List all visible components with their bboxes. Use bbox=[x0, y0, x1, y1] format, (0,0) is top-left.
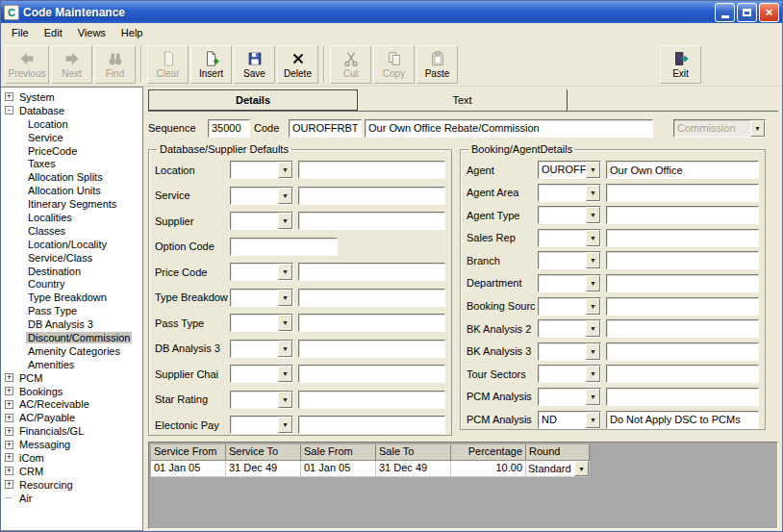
delete-button[interactable]: Delete bbox=[277, 45, 318, 84]
expand-icon[interactable]: + bbox=[5, 373, 13, 382]
type-breakdow-input[interactable] bbox=[298, 289, 445, 307]
pcm-analysis-input[interactable] bbox=[606, 388, 759, 406]
chevron-down-icon[interactable]: ▼ bbox=[586, 207, 600, 223]
tree-item-pass-type[interactable]: Pass Type bbox=[1, 304, 142, 317]
department-input[interactable] bbox=[606, 274, 759, 292]
star-rating-combo[interactable]: ▼ bbox=[230, 391, 293, 409]
chevron-down-icon[interactable]: ▼ bbox=[278, 188, 292, 204]
tree-item-bookings[interactable]: +Bookings bbox=[1, 385, 142, 398]
pcm-analysis-input[interactable] bbox=[606, 411, 759, 429]
round-combo[interactable]: Standard▼ bbox=[526, 461, 590, 477]
booking-sourc-combo[interactable]: ▼ bbox=[538, 297, 601, 316]
supplier-input[interactable] bbox=[298, 212, 445, 230]
tree-item-database[interactable]: -Database bbox=[1, 104, 142, 117]
tree-item-crm[interactable]: +CRM bbox=[1, 465, 142, 478]
tour-sectors-input[interactable] bbox=[606, 365, 759, 383]
supplier-chai-input[interactable] bbox=[298, 365, 445, 383]
tree-item-country[interactable]: Country bbox=[1, 277, 142, 291]
branch-input[interactable] bbox=[606, 251, 759, 269]
agent-input[interactable] bbox=[606, 161, 759, 179]
tree-item-location-locality[interactable]: Location/Locality bbox=[1, 238, 142, 251]
tree-item-allocation-splits[interactable]: Allocation Splits bbox=[1, 170, 142, 184]
agent-area-input[interactable] bbox=[606, 184, 759, 202]
tree-item-amenities[interactable]: Amenities bbox=[1, 358, 142, 371]
bk-analysis-2-input[interactable] bbox=[606, 319, 759, 338]
previous-button[interactable]: Previous bbox=[5, 45, 49, 84]
tree-item-db-analysis-3[interactable]: DB Analysis 3 bbox=[1, 317, 142, 331]
supplier-chai-combo[interactable]: ▼ bbox=[230, 365, 293, 383]
pcm-analysis-combo[interactable]: ND▼ bbox=[538, 411, 601, 429]
tree-item-type-breakdown[interactable]: Type Breakdown bbox=[1, 291, 142, 304]
chevron-down-icon[interactable]: ▼ bbox=[278, 315, 292, 331]
chevron-down-icon[interactable]: ▼ bbox=[750, 120, 765, 137]
expand-icon[interactable]: + bbox=[5, 453, 13, 462]
pcm-analysis-combo[interactable]: ▼ bbox=[538, 388, 601, 406]
chevron-down-icon[interactable]: ▼ bbox=[278, 162, 292, 178]
chevron-down-icon[interactable]: ▼ bbox=[586, 366, 600, 382]
tree-item-pcm[interactable]: +PCM bbox=[1, 371, 142, 385]
tree-item-system[interactable]: +System bbox=[1, 90, 142, 104]
chevron-down-icon[interactable]: ▼ bbox=[586, 185, 600, 201]
department-combo[interactable]: ▼ bbox=[538, 274, 601, 292]
find-button[interactable]: Find bbox=[94, 45, 136, 84]
tree-item-discount-commission[interactable]: Discount/Commission bbox=[1, 331, 142, 344]
pass-type-input[interactable] bbox=[298, 314, 445, 332]
chevron-down-icon[interactable]: ▼ bbox=[586, 389, 600, 405]
code-input[interactable] bbox=[289, 119, 362, 138]
record-type-combo[interactable]: Commission ▼ bbox=[673, 119, 766, 138]
tree-item-service[interactable]: Service bbox=[1, 131, 142, 144]
tree-item-taxes[interactable]: Taxes bbox=[1, 157, 142, 170]
bk-analysis-2-combo[interactable]: ▼ bbox=[538, 319, 601, 338]
location-input[interactable] bbox=[298, 161, 445, 179]
chevron-down-icon[interactable]: ▼ bbox=[278, 417, 292, 433]
chevron-down-icon[interactable]: ▼ bbox=[278, 264, 292, 280]
chevron-down-icon[interactable]: ▼ bbox=[278, 213, 292, 229]
maximize-button[interactable] bbox=[737, 3, 757, 22]
close-button[interactable]: × bbox=[759, 3, 779, 22]
option-code-input[interactable] bbox=[230, 238, 338, 256]
tree-item-allocation-units[interactable]: Allocation Units bbox=[1, 184, 142, 197]
tab-text[interactable]: Text bbox=[358, 89, 568, 111]
booking-sourc-input[interactable] bbox=[606, 297, 759, 316]
chevron-down-icon[interactable]: ▼ bbox=[278, 366, 292, 382]
electonic-pay-combo[interactable]: ▼ bbox=[230, 416, 293, 434]
minimize-button[interactable] bbox=[715, 3, 735, 22]
copy-button[interactable]: Copy bbox=[373, 45, 415, 84]
tree-item-financials-gl[interactable]: +Financials/GL bbox=[1, 424, 142, 438]
paste-button[interactable]: Paste bbox=[417, 45, 458, 84]
agent-type-input[interactable] bbox=[606, 206, 759, 224]
expand-icon[interactable]: + bbox=[5, 467, 13, 475]
tree-item-localities[interactable]: Localities bbox=[1, 211, 142, 224]
expand-icon[interactable]: + bbox=[5, 400, 13, 409]
tree-item-pricecode[interactable]: PriceCode bbox=[1, 144, 142, 158]
tree-item-amenity-categories[interactable]: Amenity Categories bbox=[1, 344, 142, 358]
insert-button[interactable]: Insert bbox=[190, 45, 232, 84]
expand-icon[interactable]: + bbox=[5, 480, 13, 489]
chevron-down-icon[interactable]: ▼ bbox=[586, 252, 600, 268]
tree-item-destination[interactable]: Destination bbox=[1, 265, 142, 278]
tree-item-air[interactable]: Air bbox=[1, 492, 142, 505]
tree-item-itinerary-segments[interactable]: Itinerary Segments bbox=[1, 197, 142, 211]
bk-analysis-3-combo[interactable]: ▼ bbox=[538, 342, 601, 361]
tree-item-ac-receivable[interactable]: +AC/Receivable bbox=[1, 397, 142, 411]
branch-combo[interactable]: ▼ bbox=[538, 251, 601, 269]
type-breakdow-combo[interactable]: ▼ bbox=[230, 289, 293, 307]
tree-item-service-class[interactable]: Service/Class bbox=[1, 251, 142, 265]
chevron-down-icon[interactable]: ▼ bbox=[586, 320, 600, 337]
chevron-down-icon[interactable]: ▼ bbox=[278, 341, 292, 357]
sales-rep-combo[interactable]: ▼ bbox=[538, 229, 601, 247]
bk-analysis-3-input[interactable] bbox=[606, 342, 759, 361]
description-input[interactable] bbox=[365, 119, 653, 138]
pass-type-combo[interactable]: ▼ bbox=[230, 314, 293, 332]
expand-icon[interactable]: + bbox=[5, 441, 13, 449]
tree-item-icom[interactable]: +iCom bbox=[1, 451, 142, 465]
service-combo[interactable]: ▼ bbox=[230, 187, 293, 205]
location-combo[interactable]: ▼ bbox=[230, 161, 293, 179]
tree-item-location[interactable]: Location bbox=[1, 117, 142, 131]
menu-file[interactable]: File bbox=[4, 25, 37, 41]
clear-button[interactable]: Clear bbox=[147, 45, 189, 84]
supplier-combo[interactable]: ▼ bbox=[230, 212, 293, 230]
expand-icon[interactable]: + bbox=[5, 427, 13, 436]
chevron-down-icon[interactable]: ▼ bbox=[586, 162, 600, 178]
tree-item-classes[interactable]: Classes bbox=[1, 224, 142, 238]
